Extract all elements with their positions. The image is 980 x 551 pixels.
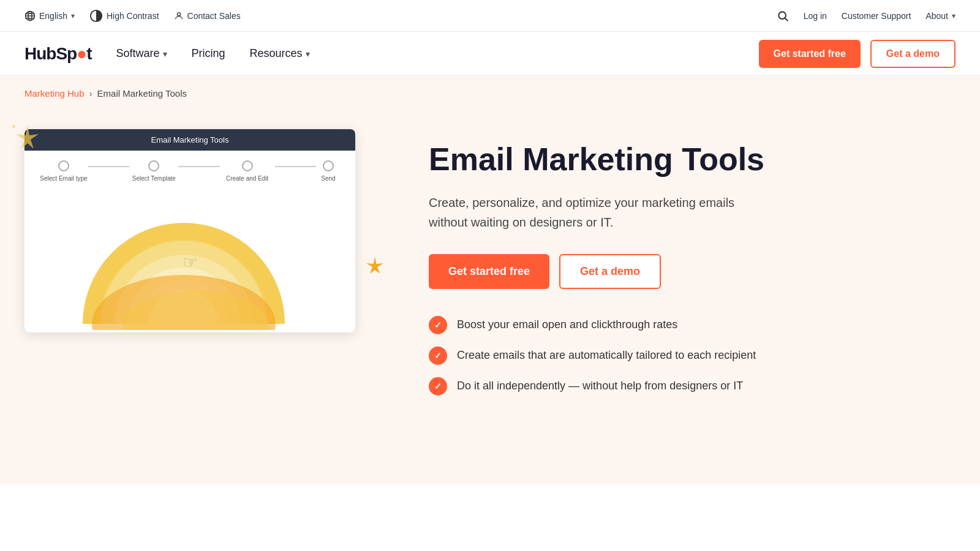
breadcrumb-separator: › <box>89 88 92 99</box>
nav-get-started-button[interactable]: Get started free <box>759 40 861 68</box>
check-icon-1: ✓ <box>429 316 447 334</box>
software-label: Software <box>116 47 159 60</box>
step-4-label: Send <box>321 175 335 182</box>
resources-chevron-icon: ▾ <box>306 49 310 59</box>
feature-item-1: ✓ Boost your email open and clickthrough… <box>429 316 956 334</box>
pricing-nav-item[interactable]: Pricing <box>192 47 225 60</box>
step-3-label: Create and Edit <box>226 175 269 182</box>
person-icon <box>174 11 184 21</box>
step-2: Select Template <box>129 160 178 182</box>
top-bar-right: Log in Customer Support About ▾ <box>777 10 956 22</box>
contact-sales-link[interactable]: Contact Sales <box>174 11 241 21</box>
about-chevron-icon: ▾ <box>952 12 956 20</box>
feature-label-1: Boost your email open and clickthrough r… <box>457 318 677 331</box>
step-4-circle <box>323 160 334 171</box>
hero-get-demo-button[interactable]: Get a demo <box>559 254 661 289</box>
resources-label: Resources <box>250 47 303 60</box>
hero-content: Email Marketing Tools Create, personaliz… <box>429 129 956 395</box>
step-3-circle <box>242 160 253 171</box>
logo-dot: ● <box>77 44 86 63</box>
feature-label-2: Create emails that are automatically tai… <box>457 349 756 362</box>
about-label: About <box>925 11 948 21</box>
svg-point-7 <box>778 12 786 19</box>
feature-item-2: ✓ Create emails that are automatically t… <box>429 347 956 365</box>
feature-list: ✓ Boost your email open and clickthrough… <box>429 316 956 395</box>
hubspot-logo[interactable]: HubSp●t <box>24 44 91 64</box>
nav-right: Get started free Get a demo <box>759 40 956 68</box>
sparkle-top-left-icon <box>12 123 43 154</box>
step-line-2 <box>178 166 219 167</box>
search-icon <box>777 10 789 22</box>
step-1-circle <box>58 160 69 171</box>
language-chevron-icon: ▾ <box>71 12 75 20</box>
hero-cta-buttons: Get started free Get a demo <box>429 254 956 289</box>
check-icon-2: ✓ <box>429 347 447 365</box>
search-button[interactable] <box>777 10 789 22</box>
step-line-1 <box>88 166 129 167</box>
login-link[interactable]: Log in <box>804 11 827 21</box>
hero-section: Email Marketing Tools Select Email type … <box>0 105 980 484</box>
hero-get-started-button[interactable]: Get started free <box>429 254 549 289</box>
step-1-label: Select Email type <box>40 175 87 182</box>
step-4: Send <box>316 160 341 182</box>
breadcrumb-parent[interactable]: Marketing Hub <box>24 88 85 99</box>
high-contrast-toggle[interactable]: High Contrast <box>89 9 159 23</box>
pricing-label: Pricing <box>192 47 225 60</box>
hero-screenshot-container: Email Marketing Tools Select Email type … <box>24 129 380 332</box>
software-nav-item[interactable]: Software ▾ <box>116 47 167 60</box>
feature-item-3: ✓ Do it all independently — without help… <box>429 377 956 395</box>
breadcrumb: Marketing Hub › Email Marketing Tools <box>0 76 980 105</box>
breadcrumb-current: Email Marketing Tools <box>97 88 187 99</box>
top-bar: English ▾ High Contrast Contact Sales <box>0 0 980 32</box>
screenshot-header: Email Marketing Tools <box>24 129 355 151</box>
step-1: Select Email type <box>39 160 88 182</box>
language-label: English <box>39 11 67 21</box>
step-3: Create and Edit <box>220 160 275 182</box>
hero-description: Create, personalize, and optimize your m… <box>429 193 772 232</box>
customer-support-link[interactable]: Customer Support <box>842 11 911 21</box>
rainbow-decoration <box>74 195 294 332</box>
software-chevron-icon: ▾ <box>163 49 167 59</box>
contrast-icon <box>89 9 103 23</box>
step-line-3 <box>275 166 316 167</box>
nav-left: HubSp●t Software ▾ Pricing Resources ▾ <box>24 44 310 64</box>
feature-label-3: Do it all independently — without help f… <box>457 380 743 392</box>
hero-title: Email Marketing Tools <box>429 141 956 178</box>
contact-sales-label: Contact Sales <box>187 11 241 21</box>
high-contrast-label: High Contrast <box>107 11 159 21</box>
step-2-circle <box>148 160 159 171</box>
top-bar-left: English ▾ High Contrast Contact Sales <box>24 9 241 23</box>
login-label: Log in <box>804 11 827 21</box>
globe-icon <box>24 10 36 21</box>
resources-nav-item[interactable]: Resources ▾ <box>250 47 310 60</box>
logo-text: HubSp●t <box>24 44 91 64</box>
svg-line-8 <box>785 18 788 21</box>
screenshot-steps: Select Email type Select Template Create… <box>24 151 355 192</box>
check-icon-3: ✓ <box>429 377 447 395</box>
about-dropdown[interactable]: About ▾ <box>925 11 956 21</box>
step-2-label: Select Template <box>132 175 176 182</box>
nav-get-demo-button[interactable]: Get a demo <box>870 40 956 68</box>
screenshot-title: Email Marketing Tools <box>151 135 229 144</box>
rainbow-svg <box>74 195 294 330</box>
language-selector[interactable]: English ▾ <box>24 10 75 21</box>
svg-point-6 <box>177 12 180 15</box>
nav-bar: HubSp●t Software ▾ Pricing Resources ▾ G… <box>0 32 980 76</box>
sparkle-bottom-right-icon <box>364 255 386 277</box>
customer-support-label: Customer Support <box>842 11 911 21</box>
